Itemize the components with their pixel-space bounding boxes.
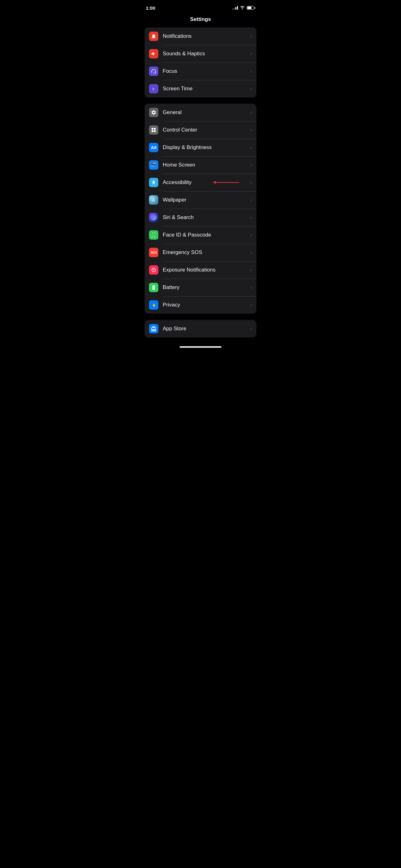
display-brightness-icon: AA: [149, 143, 158, 152]
chevron-icon: ›: [250, 197, 252, 203]
settings-group-2: General › Control Center › AA Display & …: [144, 104, 257, 314]
display-brightness-label: Display & Brightness: [163, 144, 248, 151]
settings-group-3: App Store ›: [144, 320, 257, 337]
row-face-id[interactable]: Face ID & Passcode ›: [144, 226, 257, 244]
row-sounds-haptics[interactable]: Sounds & Haptics ›: [144, 45, 257, 62]
screen-time-icon: ⧖: [149, 84, 158, 93]
battery-label: Battery: [163, 284, 248, 290]
chevron-icon: ›: [250, 110, 252, 115]
status-icons: [232, 6, 255, 10]
svg-point-22: [155, 271, 155, 272]
svg-rect-9: [153, 164, 154, 165]
chevron-icon: ›: [250, 215, 252, 220]
app-store-label: App Store: [163, 326, 248, 332]
row-privacy[interactable]: ✋ Privacy ›: [144, 296, 257, 314]
home-indicator: [179, 346, 222, 348]
focus-label: Focus: [163, 68, 248, 74]
svg-rect-2: [154, 128, 156, 130]
screen-time-label: Screen Time: [163, 86, 248, 92]
face-id-label: Face ID & Passcode: [163, 232, 248, 238]
chevron-icon: ›: [250, 51, 252, 56]
svg-rect-1: [152, 128, 153, 130]
svg-text:✋: ✋: [152, 303, 157, 307]
notifications-label: Notifications: [163, 33, 248, 39]
siri-search-icon: [149, 213, 158, 222]
chevron-icon: ›: [250, 162, 252, 167]
svg-rect-3: [152, 130, 153, 132]
privacy-icon: ✋: [149, 300, 158, 310]
siri-search-label: Siri & Search: [163, 214, 248, 221]
chevron-icon: ›: [250, 250, 252, 255]
chevron-icon: ›: [250, 268, 252, 273]
chevron-icon: ›: [250, 86, 252, 91]
svg-rect-11: [152, 165, 153, 166]
row-display-brightness[interactable]: AA Display & Brightness ›: [144, 139, 257, 156]
wallpaper-label: Wallpaper: [163, 197, 248, 203]
battery-settings-icon: [149, 283, 158, 292]
emergency-sos-icon: SOS: [149, 248, 158, 257]
svg-rect-12: [153, 165, 154, 166]
control-center-icon: [149, 125, 158, 135]
svg-rect-5: [152, 163, 153, 164]
chevron-icon: ›: [250, 303, 252, 307]
svg-rect-13: [154, 165, 155, 166]
svg-point-21: [152, 271, 153, 272]
chevron-icon: ›: [250, 232, 252, 238]
chevron-icon: ›: [250, 127, 252, 132]
row-focus[interactable]: Focus ›: [144, 62, 257, 80]
chevron-icon: ›: [250, 34, 252, 39]
status-bar: 1:00: [140, 0, 261, 14]
svg-text:⧖: ⧖: [152, 87, 155, 91]
row-accessibility[interactable]: Accessibility ›: [144, 174, 257, 191]
chevron-icon: ›: [250, 326, 252, 331]
exposure-label: Exposure Notifications: [163, 267, 248, 273]
app-store-icon: [149, 324, 158, 333]
svg-rect-8: [152, 164, 153, 165]
row-screen-time[interactable]: ⧖ Screen Time ›: [144, 80, 257, 97]
general-label: General: [163, 110, 248, 116]
row-app-store[interactable]: App Store ›: [144, 320, 257, 337]
row-wallpaper[interactable]: Wallpaper ›: [144, 191, 257, 209]
exposure-icon: [149, 265, 158, 275]
row-battery[interactable]: Battery ›: [144, 279, 257, 296]
focus-icon: [149, 67, 158, 76]
home-screen-icon: [149, 160, 158, 170]
svg-point-16: [153, 198, 155, 200]
settings-group-1: Notifications › Sounds & Haptics › Focus…: [144, 28, 257, 97]
accessibility-label: Accessibility: [163, 179, 248, 186]
general-icon: [149, 108, 158, 117]
svg-point-19: [152, 269, 153, 269]
svg-rect-10: [154, 164, 155, 165]
chevron-icon: ›: [250, 145, 252, 150]
svg-point-18: [153, 270, 154, 271]
svg-rect-4: [154, 130, 156, 132]
home-indicator-container: [140, 344, 261, 350]
row-home-screen[interactable]: Home Screen ›: [144, 156, 257, 174]
control-center-label: Control Center: [163, 127, 248, 133]
status-time: 1:00: [146, 5, 155, 11]
signal-icon: [232, 6, 238, 10]
wifi-icon: [240, 6, 245, 10]
wallpaper-icon: [149, 195, 158, 205]
battery-status-icon: [247, 6, 255, 10]
chevron-icon: ›: [250, 285, 252, 290]
row-siri-search[interactable]: Siri & Search ›: [144, 209, 257, 226]
row-notifications[interactable]: Notifications ›: [144, 28, 257, 45]
svg-rect-7: [154, 163, 155, 164]
row-exposure[interactable]: Exposure Notifications ›: [144, 261, 257, 279]
page-title: Settings: [140, 14, 261, 28]
svg-rect-6: [153, 163, 154, 164]
emergency-sos-label: Emergency SOS: [163, 249, 248, 256]
row-general[interactable]: General ›: [144, 104, 257, 121]
privacy-label: Privacy: [163, 302, 248, 308]
chevron-icon: ›: [250, 180, 252, 185]
home-screen-label: Home Screen: [163, 162, 248, 168]
row-emergency-sos[interactable]: SOS Emergency SOS ›: [144, 244, 257, 261]
accessibility-icon: [149, 178, 158, 187]
chevron-icon: ›: [250, 69, 252, 74]
row-control-center[interactable]: Control Center ›: [144, 121, 257, 139]
svg-point-20: [155, 269, 155, 269]
sounds-haptics-icon: [149, 49, 158, 58]
face-id-icon: [149, 230, 158, 240]
sounds-haptics-label: Sounds & Haptics: [163, 51, 248, 57]
